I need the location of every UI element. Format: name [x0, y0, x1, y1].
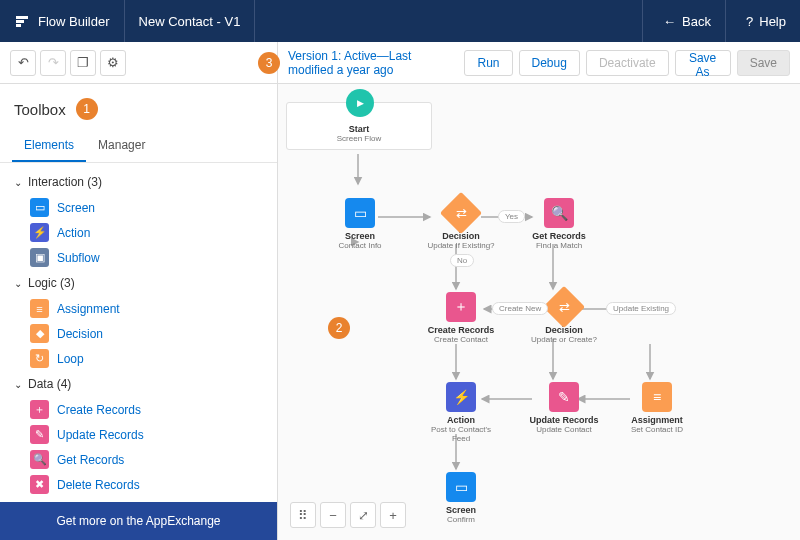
redo-button[interactable]: ↷	[40, 50, 66, 76]
node-create-records[interactable]: ＋ Create Records Create Contact	[426, 292, 496, 344]
toolbox-tabs: Elements Manager	[0, 130, 277, 163]
app-name: Flow Builder	[38, 14, 110, 29]
action-icon: ⚡	[446, 382, 476, 412]
appexchange-link[interactable]: Get more on the AppExchange	[0, 502, 277, 540]
chevron-down-icon: ⌄	[14, 379, 22, 390]
help-button[interactable]: ? Help	[725, 0, 800, 42]
group-logic[interactable]: ⌄Logic (3)	[8, 270, 269, 296]
update-records-icon: ✎	[549, 382, 579, 412]
deactivate-button[interactable]: Deactivate	[586, 50, 669, 76]
node-decision-update-if-existing[interactable]: ⇄ Decision Update If Existing?	[426, 198, 496, 250]
chevron-down-icon: ⌄	[14, 177, 22, 188]
arrow-left-icon: ←	[663, 14, 676, 29]
fit-button[interactable]: ⤢	[350, 502, 376, 528]
toolbox-list: ⌄Interaction (3) ▭Screen ⚡Action ▣Subflo…	[0, 163, 277, 502]
node-screen-confirm[interactable]: ▭ Screen Confirm	[426, 472, 496, 524]
tab-elements[interactable]: Elements	[12, 130, 86, 162]
create-records-icon: ＋	[30, 400, 49, 419]
node-action[interactable]: ⚡ Action Post to Contact's Feed	[426, 382, 496, 443]
screen-icon: ▭	[345, 198, 375, 228]
zoom-out-button[interactable]: −	[320, 502, 346, 528]
debug-button[interactable]: Debug	[519, 50, 580, 76]
edge-label-create-new: Create New	[492, 302, 548, 315]
decision-icon: ◆	[30, 324, 49, 343]
save-as-button[interactable]: Save As	[675, 50, 731, 76]
undo-button[interactable]: ↶	[10, 50, 36, 76]
canvas-tools: ⠿ − ⤢ +	[290, 502, 410, 528]
run-button[interactable]: Run	[464, 50, 512, 76]
app-logo-cell: Flow Builder	[0, 0, 125, 42]
assignment-icon: ≡	[642, 382, 672, 412]
question-icon: ?	[746, 14, 753, 29]
sidebar-item-update-records[interactable]: ✎Update Records	[8, 422, 269, 447]
decision-icon: ⇄	[543, 286, 585, 328]
flow-canvas[interactable]: 3 Version 1: Active—Last modified a year…	[278, 42, 800, 540]
sidebar-item-create-records[interactable]: ＋Create Records	[8, 397, 269, 422]
loop-icon: ↻	[30, 349, 49, 368]
sidebar-item-subflow[interactable]: ▣Subflow	[8, 245, 269, 270]
subflow-icon: ▣	[30, 248, 49, 267]
group-interaction[interactable]: ⌄Interaction (3)	[8, 169, 269, 195]
back-button[interactable]: ← Back	[642, 0, 725, 42]
badge-one: 1	[76, 98, 98, 120]
badge-three: 3	[258, 52, 280, 74]
settings-button[interactable]: ⚙	[100, 50, 126, 76]
group-data[interactable]: ⌄Data (4)	[8, 371, 269, 397]
node-screen-contact-info[interactable]: ▭ Screen Contact Info	[330, 198, 390, 250]
screen-icon: ▭	[446, 472, 476, 502]
create-records-icon: ＋	[446, 292, 476, 322]
toolbox-sidebar: ↶ ↷ ❐ ⚙ Toolbox 1 Elements Manager ⌄Inte…	[0, 42, 278, 540]
toolbox-title-row: Toolbox 1	[0, 84, 277, 130]
action-icon: ⚡	[30, 223, 49, 242]
chevron-down-icon: ⌄	[14, 278, 22, 289]
edge-label-yes: Yes	[498, 210, 525, 223]
assignment-icon: ≡	[30, 299, 49, 318]
node-get-records[interactable]: 🔍 Get Records Find a Match	[524, 198, 594, 250]
update-records-icon: ✎	[30, 425, 49, 444]
edge-label-update-existing: Update Existing	[606, 302, 676, 315]
zoom-in-button[interactable]: +	[380, 502, 406, 528]
badge-two: 2	[328, 317, 350, 339]
get-records-icon: 🔍	[544, 198, 574, 228]
sidebar-item-screen[interactable]: ▭Screen	[8, 195, 269, 220]
select-tool-button[interactable]: ⠿	[290, 502, 316, 528]
copy-button[interactable]: ❐	[70, 50, 96, 76]
node-start[interactable]: ▶ Start Screen Flow	[286, 102, 432, 150]
node-decision-update-or-create[interactable]: ⇄ Decision Update or Create?	[524, 292, 604, 344]
sidebar-item-loop[interactable]: ↻Loop	[8, 346, 269, 371]
save-button[interactable]: Save	[737, 50, 790, 76]
sidebar-item-decision[interactable]: ◆Decision	[8, 321, 269, 346]
edge-label-no: No	[450, 254, 474, 267]
flow-builder-logo-icon	[14, 13, 30, 29]
sidebar-item-action[interactable]: ⚡Action	[8, 220, 269, 245]
sidebar-item-get-records[interactable]: 🔍Get Records	[8, 447, 269, 472]
screen-icon: ▭	[30, 198, 49, 217]
get-records-icon: 🔍	[30, 450, 49, 469]
version-text: Version 1: Active—Last modified a year a…	[288, 49, 446, 77]
sidebar-item-assignment[interactable]: ≡Assignment	[8, 296, 269, 321]
app-header: Flow Builder New Contact - V1 ← Back ? H…	[0, 0, 800, 42]
node-assignment[interactable]: ≡ Assignment Set Contact ID	[622, 382, 692, 434]
tab-manager[interactable]: Manager	[86, 130, 157, 162]
sidebar-item-delete-records[interactable]: ✖Delete Records	[8, 472, 269, 497]
toolbox-title: Toolbox	[14, 101, 66, 118]
decision-icon: ⇄	[440, 192, 482, 234]
node-update-records[interactable]: ✎ Update Records Update Contact	[524, 382, 604, 434]
flow-name: New Contact - V1	[125, 0, 256, 42]
delete-records-icon: ✖	[30, 475, 49, 494]
play-icon: ▶	[346, 89, 374, 117]
